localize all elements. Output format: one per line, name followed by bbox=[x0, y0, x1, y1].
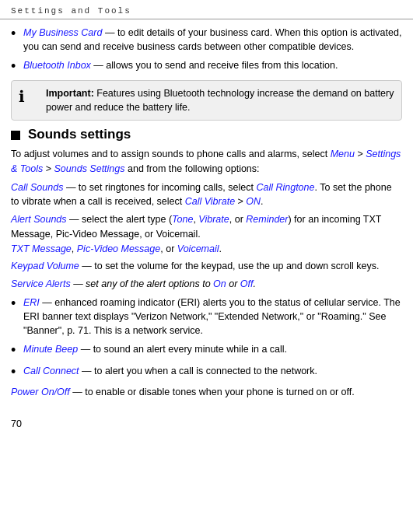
power-on-off-link: Power On/Off bbox=[11, 387, 70, 397]
keypad-volume-link: Keypad Volume bbox=[11, 261, 79, 271]
list-item-eri: • ERI — enhanced roaming indicator (ERI)… bbox=[11, 296, 402, 338]
my-business-card-text: My Business Card — to edit details of yo… bbox=[23, 26, 402, 54]
bullet-icon: • bbox=[11, 26, 22, 43]
notice-bold: Important: bbox=[46, 88, 94, 99]
sounds-intro-paragraph: To adjust volumes and to assign sounds t… bbox=[11, 147, 402, 177]
service-alerts-link: Service Alerts bbox=[11, 278, 71, 289]
vibrate-link: Vibrate bbox=[198, 214, 229, 225]
call-ringtone-link: Call Ringtone bbox=[256, 182, 314, 193]
bullet-icon-minute-beep: • bbox=[11, 342, 22, 359]
heading-square-icon bbox=[11, 131, 20, 140]
main-content: • My Business Card — to edit details of … bbox=[0, 19, 413, 414]
bluetooth-inbox-link: Bluetooth Inbox bbox=[23, 60, 91, 71]
voicemail-link: Voicemail bbox=[177, 243, 219, 254]
list-item-bluetooth-inbox: • Bluetooth Inbox — allows you to send a… bbox=[11, 58, 402, 75]
minute-beep-text: Minute Beep — to sound an alert every mi… bbox=[23, 342, 287, 356]
page-number: 70 bbox=[0, 414, 413, 434]
eri-link: ERI bbox=[23, 297, 40, 308]
bullet-icon-2: • bbox=[11, 58, 22, 75]
notice-text: Important: Features using Bluetooth tech… bbox=[46, 86, 394, 114]
service-alerts-line: Service Alerts — set any of the alert op… bbox=[11, 277, 402, 292]
sounds-settings-link: Sounds Settings bbox=[54, 163, 124, 174]
sounds-settings-heading: Sounds settings bbox=[11, 127, 402, 142]
bluetooth-notice-box: ℹ Important: Features using Bluetooth te… bbox=[11, 80, 402, 121]
bullet-icon-call-connect: • bbox=[11, 364, 22, 381]
eri-text: ERI — enhanced roaming indicator (ERI) a… bbox=[23, 296, 402, 338]
call-sounds-line: Call Sounds — to set ringtones for incom… bbox=[11, 180, 402, 210]
alert-sounds-line: Alert Sounds — select the alert type (To… bbox=[11, 212, 402, 256]
sounds-settings-label: Sounds settings bbox=[28, 127, 131, 142]
alert-sounds-link: Alert Sounds bbox=[11, 214, 67, 225]
power-on-off-line: Power On/Off — to enable or disable tone… bbox=[11, 385, 402, 400]
call-connect-link: Call Connect bbox=[23, 366, 79, 376]
list-item-call-connect: • Call Connect — to alert you when a cal… bbox=[11, 364, 402, 381]
reminder-link: Reminder bbox=[246, 214, 288, 225]
keypad-volume-line: Keypad Volume — to set the volume for th… bbox=[11, 259, 402, 274]
on-link: On bbox=[213, 278, 226, 289]
tone-link: Tone bbox=[172, 214, 193, 225]
page-header: Settings and Tools bbox=[0, 0, 413, 19]
call-connect-text: Call Connect — to alert you when a call … bbox=[23, 364, 317, 378]
my-business-card-link: My Business Card bbox=[23, 27, 102, 38]
pic-video-link: Pic-Video Message bbox=[77, 243, 160, 254]
txt-message-link: TXT Message bbox=[11, 243, 72, 254]
header-title: Settings and Tools bbox=[11, 6, 131, 16]
list-item-my-business-card: • My Business Card — to edit details of … bbox=[11, 26, 402, 54]
menu-link: Menu bbox=[331, 149, 355, 159]
notice-body: Features using Bluetooth technology incr… bbox=[46, 88, 394, 113]
info-icon: ℹ bbox=[19, 87, 40, 106]
bullet-icon-eri: • bbox=[11, 296, 22, 313]
call-sounds-link: Call Sounds bbox=[11, 182, 63, 193]
bluetooth-inbox-text: Bluetooth Inbox — allows you to send and… bbox=[23, 58, 338, 72]
call-vibrate-link: Call Vibrate bbox=[185, 196, 235, 207]
minute-beep-link: Minute Beep bbox=[23, 344, 78, 355]
off-link: Off bbox=[240, 278, 254, 289]
list-item-minute-beep: • Minute Beep — to sound an alert every … bbox=[11, 342, 402, 359]
call-vibrate-on-link: ON bbox=[246, 196, 261, 207]
